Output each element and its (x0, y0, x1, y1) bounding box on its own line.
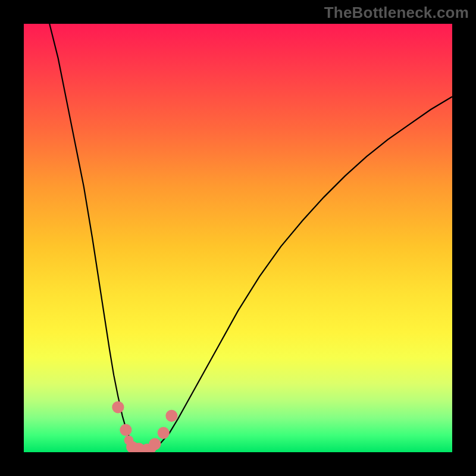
marker-dot (165, 410, 177, 422)
marker-dot (112, 401, 124, 413)
marker-dot (158, 427, 170, 439)
marker-group (112, 401, 177, 452)
marker-dot (149, 438, 161, 450)
right-curve (144, 96, 452, 450)
plot-area (24, 24, 452, 452)
left-curve (49, 24, 143, 451)
watermark-text: TheBottleneck.com (324, 4, 469, 22)
chart-frame: TheBottleneck.com (0, 0, 476, 476)
marker-dot (120, 424, 131, 436)
curve-layer (24, 24, 452, 452)
